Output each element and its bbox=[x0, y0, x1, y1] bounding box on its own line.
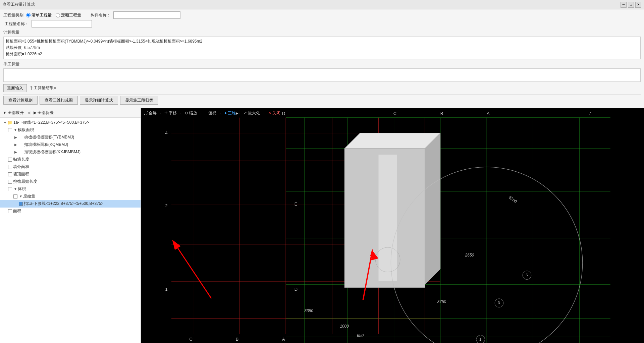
tree-node-ysl: ▼ 原始量 扣1a-下腰线<1+222,B+375><5+500,B+375> bbox=[0, 193, 141, 208]
tree-node-tqcd: 贴墙长度 bbox=[0, 156, 141, 163]
radio-quota-label: 定额工程量 bbox=[61, 12, 81, 18]
component-input[interactable]: 1a-下腰线 bbox=[113, 11, 180, 19]
toggle-kq[interactable]: ▶ bbox=[13, 143, 18, 147]
close-button[interactable]: ✕ bbox=[635, 2, 641, 8]
checkbox-mj[interactable] bbox=[8, 209, 12, 213]
tree-content: ▼ 📁 1a-下腰线<1+222,B+375><5+500,B+375> ▼ 模… bbox=[0, 118, 141, 343]
checkbox-tj[interactable] bbox=[8, 187, 12, 191]
checkbox-qwmj[interactable] bbox=[8, 165, 12, 169]
fullscreen-button[interactable]: ⛶ 全屏 bbox=[144, 110, 157, 116]
calc-line1: 模板面积=3.055<挑檐板模板面积(TYBMBMJ)>-0.0499<扣墙模板… bbox=[6, 38, 638, 45]
tree-row-qdmj[interactable]: 墙顶面积 bbox=[0, 171, 141, 178]
radio-bill-input[interactable] bbox=[26, 13, 31, 17]
svg-text:B: B bbox=[440, 111, 443, 116]
title-bar: 查看工程量计算式 ─ □ ✕ bbox=[0, 0, 644, 9]
show-detail-button[interactable]: 显示详细计算式 bbox=[80, 96, 118, 105]
svg-text:7: 7 bbox=[589, 111, 591, 116]
checkbox-ysl[interactable] bbox=[13, 194, 17, 198]
label-qdmj: 墙顶面积 bbox=[13, 171, 29, 177]
tree-node-kou: 扣1a-下腰线<1+222,B+375><5+500,B+375> bbox=[0, 200, 141, 208]
tree-row-qwmj[interactable]: 墙外面积 bbox=[0, 163, 141, 171]
tree-row-kxj[interactable]: ▶ 扣现浇板模板面积(KXJBMBMJ) bbox=[0, 149, 141, 156]
maximize-button[interactable]: ⤢ 最大化 bbox=[244, 110, 260, 116]
svg-marker-30 bbox=[379, 155, 397, 281]
toggle-moba[interactable]: ▼ bbox=[13, 128, 18, 132]
checkbox-tqcd[interactable] bbox=[8, 158, 12, 162]
project-input[interactable]: [全部] bbox=[32, 20, 92, 27]
radio-bill[interactable]: 清单工程量 bbox=[26, 12, 52, 18]
root-folder-icon: 📁 bbox=[7, 120, 13, 125]
tree-row-moba[interactable]: ▼ 模板面积 bbox=[0, 126, 141, 134]
tree-node-kq: ▶ 扣墙模板面积(KQMBMJ) bbox=[0, 141, 141, 149]
maximize-label: 最大化 bbox=[248, 110, 260, 116]
tree-row-kou[interactable]: 扣1a-下腰线<1+222,B+375><5+500,B+375> bbox=[0, 200, 141, 208]
svg-text:B: B bbox=[236, 337, 239, 342]
tree-row-tj[interactable]: ▼ 体积 bbox=[0, 185, 141, 193]
tree-node-moba: ▼ 模板面积 ▶ 挑檐板模板面积(TYBMBMJ) bbox=[0, 126, 141, 156]
tree-row-ysl[interactable]: ▼ 原始量 bbox=[0, 193, 141, 200]
label-kq: 扣墙模板面积(KQMBMJ) bbox=[24, 142, 68, 148]
label-tyb: 挑檐板模板面积(TYBMBMJ) bbox=[24, 134, 74, 140]
tree-row-tyb[interactable]: ▶ 挑檐板模板面积(TYBMBMJ) bbox=[0, 134, 141, 141]
collapse-label: 全部折叠 bbox=[38, 110, 54, 116]
fullscreen-label: 全屏 bbox=[149, 110, 157, 116]
toggle-kxj[interactable]: ▶ bbox=[13, 150, 18, 154]
action-bar: 查看计算规则 查看三维扣减图 显示详细计算式 显示施工段归类 bbox=[3, 94, 641, 106]
checkbox-qdmj[interactable] bbox=[8, 172, 12, 176]
label-tycd: 挑檐原始长度 bbox=[13, 179, 37, 184]
radio-quota-input[interactable] bbox=[56, 13, 60, 17]
checkbox-kou[interactable] bbox=[19, 202, 23, 206]
tree-node-kxj: ▶ 扣现浇板模板面积(KXJBMBMJ) bbox=[0, 149, 141, 156]
view-rules-button[interactable]: 查看计算规则 bbox=[3, 96, 38, 105]
project-row: 工程量名称： [全部] bbox=[3, 20, 641, 27]
reinput-button[interactable]: 重新输入 bbox=[3, 84, 27, 92]
show-segment-button[interactable]: 显示施工段归类 bbox=[120, 96, 158, 105]
toggle-tyb[interactable]: ▶ bbox=[13, 135, 18, 139]
tree-toolbar: ▼ 全部展开 ◀ ▶ 全部折叠 bbox=[0, 108, 141, 118]
pan-button[interactable]: ✛ 平移 bbox=[164, 110, 177, 116]
label-kou: 扣1a-下腰线<1+222,B+375><5+500,B+375> bbox=[24, 201, 104, 207]
collapse-all-button[interactable]: ▶ 全部折叠 bbox=[34, 110, 54, 116]
label-tj: 体积 bbox=[18, 186, 26, 192]
checkbox-moba[interactable] bbox=[8, 128, 12, 132]
svg-text:C: C bbox=[393, 111, 396, 116]
ortho-button[interactable]: □ 俯视 bbox=[205, 110, 216, 116]
3d-button[interactable]: ● 三维 bbox=[224, 110, 236, 116]
calc-line3: 檐外面积=1.0226m2 bbox=[6, 51, 638, 57]
manual-result-label: 手工算量结果= bbox=[30, 85, 56, 91]
collapse-icon: ▶ bbox=[34, 110, 37, 115]
label-mj: 面积 bbox=[13, 208, 21, 214]
3d-icon: ● bbox=[224, 111, 227, 115]
svg-text:1000: 1000 bbox=[340, 324, 349, 329]
tree-row-mj[interactable]: 面积 bbox=[0, 208, 141, 215]
restore-button[interactable]: □ bbox=[628, 2, 634, 8]
svg-marker-29 bbox=[425, 133, 440, 284]
expand-all-button[interactable]: ▼ 全部展开 bbox=[3, 110, 24, 116]
svg-text:1: 1 bbox=[165, 286, 168, 291]
zoom-button[interactable]: ⊖ 缩放 bbox=[185, 110, 197, 116]
expand-icon: ▼ bbox=[3, 110, 7, 115]
tree-row-tqcd[interactable]: 贴墙长度 bbox=[0, 156, 141, 163]
label-ysl: 原始量 bbox=[23, 193, 35, 199]
manual-input[interactable] bbox=[3, 68, 641, 82]
checkbox-tycd[interactable] bbox=[8, 180, 12, 184]
root-toggle[interactable]: ▼ bbox=[3, 121, 7, 124]
view-3d-button[interactable]: 查看三维扣减图 bbox=[40, 96, 78, 105]
tree-node-mj: 面积 bbox=[0, 208, 141, 215]
toggle-tj[interactable]: ▼ bbox=[13, 187, 18, 191]
close-viewport-button[interactable]: ✕ 关闭 bbox=[268, 110, 280, 116]
tree-row-kq[interactable]: ▶ 扣墙模板面积(KQMBMJ) bbox=[0, 141, 141, 149]
calc-content: 模板面积=3.055<挑檐板模板面积(TYBMBMJ)>-0.0499<扣墙模板… bbox=[3, 37, 641, 59]
svg-text:2650: 2650 bbox=[465, 253, 474, 258]
tree-row-tycd[interactable]: 挑檐原始长度 bbox=[0, 178, 141, 185]
viewport-toolbar: ⛶ 全屏 · ✛ 平移 · ⊖ 缩放 · □ 俯视 · bbox=[144, 110, 280, 116]
radio-quota[interactable]: 定额工程量 bbox=[56, 12, 81, 18]
calc-section: 计算机量 模板面积=3.055<挑檐板模板面积(TYBMBMJ)>-0.0499… bbox=[3, 30, 641, 59]
tree-node-qwmj: 墙外面积 bbox=[0, 163, 141, 171]
minimize-button[interactable]: ─ bbox=[621, 2, 627, 8]
category-label: 工程量类别 bbox=[3, 12, 23, 18]
tree-root-row[interactable]: ▼ 📁 1a-下腰线<1+222,B+375><5+500,B+375> bbox=[0, 119, 141, 126]
toggle-ysl[interactable]: ▼ bbox=[18, 194, 23, 198]
category-row: 工程量类别 清单工程量 定额工程量 构件名称： 1a-下腰线 bbox=[3, 11, 641, 19]
toolbar-sep: ◀ bbox=[27, 110, 30, 115]
